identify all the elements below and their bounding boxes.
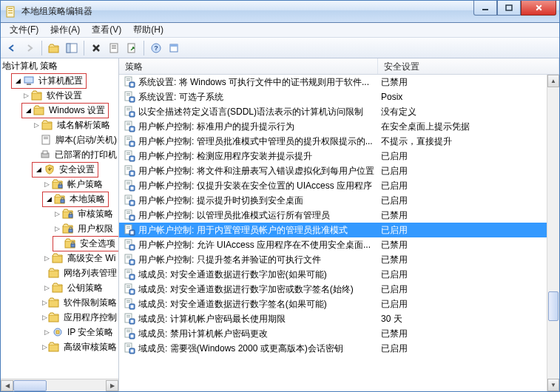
refresh-button[interactable] xyxy=(166,40,182,56)
tree-item[interactable]: ▷高级安全 Wi xyxy=(1,251,118,266)
list-row[interactable]: 系统设置: 将 Windows 可执行文件中的证书规则用于软件...已禁用 xyxy=(119,75,559,89)
policy-cell: 用户帐户控制: 标准用户的提升提示行为 xyxy=(138,121,381,133)
tree-item[interactable]: 已部署的打印机 xyxy=(1,147,118,162)
tree-item[interactable]: 网络列表管理 xyxy=(1,266,118,280)
tree-item[interactable]: ▷公钥策略 xyxy=(1,280,118,295)
expander-closed-icon[interactable]: ▷ xyxy=(32,121,41,129)
close-button[interactable] xyxy=(521,1,556,16)
tree-item[interactable]: ◢Windows 设置 xyxy=(1,103,118,118)
svg-rect-134 xyxy=(131,320,134,323)
maximize-button[interactable] xyxy=(497,1,521,16)
list-row[interactable]: 用户帐户控制: 仅提升安装在安全位置的 UIAccess 应用程序已启用 xyxy=(119,178,559,193)
list-panel: 策略 安全设置 系统设置: 将 Windows 可执行文件中的证书规则用于软件.… xyxy=(119,58,559,391)
list-row[interactable]: 用户帐户控制: 标准用户的提升提示行为在安全桌面上提示凭据 xyxy=(119,119,559,134)
expander-open-icon[interactable]: ◢ xyxy=(34,165,43,174)
col-policy[interactable]: 策略 xyxy=(119,58,378,74)
expander-closed-icon[interactable]: ▷ xyxy=(42,283,51,292)
list-row[interactable]: 用户帐户控制: 用于内置管理员帐户的管理员批准模式已启用 xyxy=(119,223,559,237)
tree-item-label: Windows 设置 xyxy=(47,104,107,118)
expander-closed-icon[interactable]: ▷ xyxy=(42,328,51,337)
export-button[interactable] xyxy=(124,40,140,56)
show-hide-tree-button[interactable] xyxy=(64,40,80,56)
list-row[interactable]: 用户帐户控制: 只提升签名并验证的可执行文件已禁用 xyxy=(119,252,559,267)
svg-rect-44 xyxy=(53,285,62,292)
menu-help[interactable]: 帮助(H) xyxy=(127,22,169,38)
list-row[interactable]: 用户帐户控制: 以管理员批准模式运行所有管理员已禁用 xyxy=(119,208,559,223)
list-row[interactable]: 系统设置: 可选子系统Posix xyxy=(119,89,559,104)
tree-item[interactable]: ▷应用程序控制 xyxy=(1,310,118,325)
list-row[interactable]: 域成员: 对安全通道数据进行数字加密(如果可能)已启用 xyxy=(119,267,559,282)
expander-closed-icon[interactable]: ▷ xyxy=(53,224,61,233)
expander-closed-icon[interactable]: ▷ xyxy=(42,180,51,189)
scroll-up-button[interactable]: ▲ xyxy=(547,75,559,87)
svg-rect-106 xyxy=(126,241,130,242)
setting-cell: 已启用 xyxy=(381,195,559,207)
setting-cell: 已启用 xyxy=(381,150,559,163)
list-row[interactable]: 以安全描述符定义语言(SDDL)语法表示的计算机访问限制没有定义 xyxy=(119,104,559,119)
expander-open-icon[interactable]: ◢ xyxy=(13,76,22,85)
expander-open-icon[interactable]: ◢ xyxy=(24,106,33,115)
tree-root[interactable]: 地计算机 策略 xyxy=(1,58,118,73)
folder-icon xyxy=(48,312,60,322)
expander-closed-icon[interactable]: ▷ xyxy=(42,254,51,263)
tree-item[interactable]: ▷高级审核策略 xyxy=(1,339,118,354)
scroll-track[interactable] xyxy=(13,380,106,391)
tree-item-label: 网络列表管理 xyxy=(62,266,118,280)
tree-item[interactable]: 脚本(启动/关机) xyxy=(1,132,118,147)
tree-item[interactable]: ▷软件设置 xyxy=(1,88,118,103)
tree-item[interactable]: ▷帐户策略 xyxy=(1,177,118,192)
list-row[interactable]: 用户帐户控制: 允许 UIAccess 应用程序在不使用安全桌面...已禁用 xyxy=(119,237,559,252)
list-row[interactable]: 用户帐户控制: 检测应用程序安装并提示提升已启用 xyxy=(119,149,559,163)
delete-button[interactable] xyxy=(88,40,104,56)
scroll-track[interactable] xyxy=(547,87,559,379)
list-row[interactable]: 域成员: 需要强(Windows 2000 或更高版本)会话密钥已启用 xyxy=(119,341,559,356)
expander-closed-icon[interactable]: ▷ xyxy=(42,313,47,322)
forward-button[interactable] xyxy=(21,40,38,56)
tree-item[interactable]: ◢安全设置 xyxy=(1,162,118,177)
list-row[interactable]: 域成员: 对安全通道数据进行数字签名(如果可能)已启用 xyxy=(119,297,559,311)
svg-rect-56 xyxy=(126,93,130,94)
list-row[interactable]: 域成员: 对安全通道数据进行数字加密或数字签名(始终)已启用 xyxy=(119,282,559,297)
help-button[interactable]: ? xyxy=(148,40,164,56)
scroll-thumb[interactable] xyxy=(13,380,47,391)
expander-closed-icon[interactable]: ▷ xyxy=(42,342,47,351)
list-body[interactable]: 系统设置: 将 Windows 可执行文件中的证书规则用于软件...已禁用系统设… xyxy=(119,75,559,391)
menu-action[interactable]: 操作(A) xyxy=(44,22,86,38)
scroll-right-button[interactable]: ▶ xyxy=(106,380,118,391)
expander-closed-icon[interactable]: ▷ xyxy=(53,209,61,218)
tree-item[interactable]: ◢计算机配置 xyxy=(1,73,118,88)
policy-icon xyxy=(124,283,135,295)
list-vscrollbar[interactable]: ▲ ▼ xyxy=(547,75,559,391)
tree-item[interactable]: ▷用户权限 xyxy=(1,221,118,236)
menu-file[interactable]: 文件(F) xyxy=(4,22,44,38)
list-row[interactable]: 用户帐户控制: 提示提升时切换到安全桌面已启用 xyxy=(119,193,559,208)
properties-button[interactable] xyxy=(106,40,122,56)
tree-item[interactable]: ◢本地策略 xyxy=(1,192,118,206)
svg-rect-101 xyxy=(126,226,130,227)
svg-rect-23 xyxy=(27,84,31,85)
list-row[interactable]: 用户帐户控制: 将文件和注册表写入错误虚拟化到每用户位置已启用 xyxy=(119,163,559,178)
tree-item-label: 域名解析策略 xyxy=(55,118,112,132)
scroll-down-button[interactable]: ▼ xyxy=(547,379,559,391)
list-row[interactable]: 域成员: 禁用计算机帐户密码更改已禁用 xyxy=(119,326,559,341)
titlebar[interactable]: 本地组策略编辑器 xyxy=(1,1,559,23)
back-button[interactable] xyxy=(4,40,20,56)
scroll-thumb[interactable] xyxy=(548,291,559,321)
expander-open-icon[interactable]: ◢ xyxy=(44,195,53,203)
list-row[interactable]: 域成员: 计算机帐户密码最长使用期限30 天 xyxy=(119,311,559,326)
tree-hscrollbar[interactable]: ◀ ▶ xyxy=(1,379,118,391)
col-setting[interactable]: 安全设置 xyxy=(378,58,559,74)
up-button[interactable] xyxy=(46,40,62,56)
tree-item[interactable]: 安全选项 xyxy=(1,236,118,251)
tree-item[interactable]: ▷软件限制策略 xyxy=(1,295,118,310)
tree[interactable]: 地计算机 策略◢计算机配置▷软件设置◢Windows 设置▷域名解析策略脚本(启… xyxy=(1,58,118,379)
list-row[interactable]: 用户帐户控制: 管理员批准模式中管理员的提升权限提示的...不提示，直接提升 xyxy=(119,134,559,149)
minimize-button[interactable] xyxy=(473,1,497,16)
tree-item[interactable]: ▷审核策略 xyxy=(1,206,118,221)
expander-closed-icon[interactable]: ▷ xyxy=(21,91,30,100)
tree-item[interactable]: ▷IP 安全策略 xyxy=(1,325,118,339)
expander-closed-icon[interactable]: ▷ xyxy=(42,298,47,307)
menu-view[interactable]: 查看(V) xyxy=(86,22,127,38)
scroll-left-button[interactable]: ◀ xyxy=(1,380,13,391)
tree-item[interactable]: ▷域名解析策略 xyxy=(1,118,118,132)
